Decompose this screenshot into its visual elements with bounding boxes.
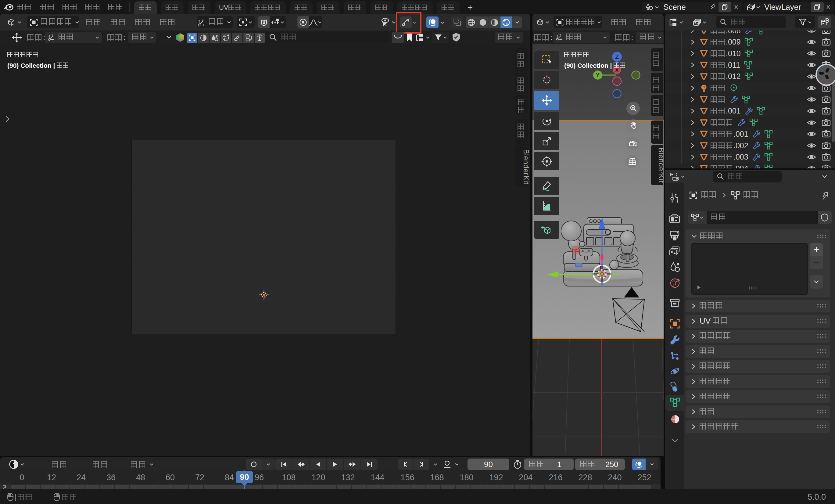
svg-text:Y: Y: [596, 72, 600, 78]
svg-text:Z: Z: [615, 54, 619, 60]
